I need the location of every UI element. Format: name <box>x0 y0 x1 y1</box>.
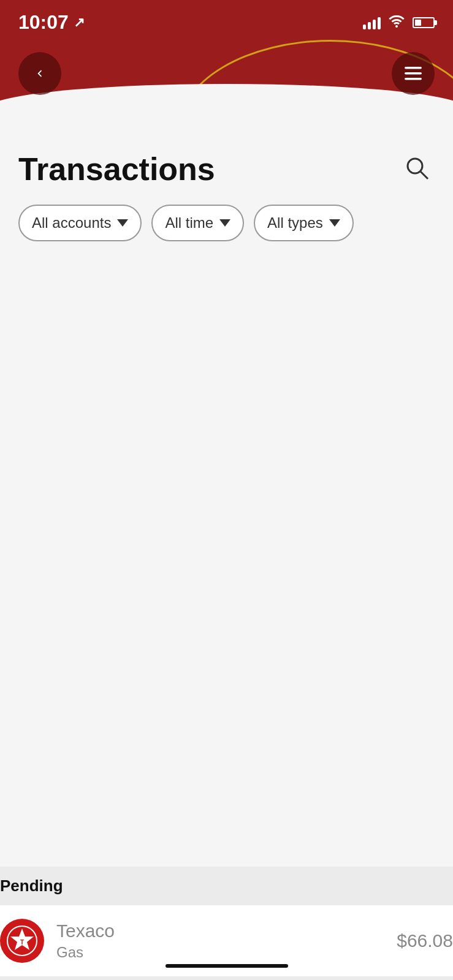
battery-icon <box>413 17 435 28</box>
filter-accounts-label: All accounts <box>32 214 111 232</box>
filter-time[interactable]: All time <box>151 205 244 241</box>
filter-row: All accounts All time All types <box>18 205 435 241</box>
status-icons <box>363 14 435 31</box>
header-nav <box>18 52 435 95</box>
title-row: Transactions <box>18 150 435 187</box>
svg-rect-2 <box>405 78 422 80</box>
section-pending: Pending T Texaco Gas $66.08 <box>0 867 453 976</box>
signal-bar-2 <box>368 22 371 29</box>
page-title: Transactions <box>18 151 215 187</box>
search-button[interactable] <box>399 150 435 187</box>
svg-text:T: T <box>20 939 24 946</box>
time-display: 10:07 <box>18 11 69 34</box>
texaco-logo: T <box>0 919 44 963</box>
signal-bar-3 <box>373 20 376 29</box>
svg-rect-1 <box>405 72 422 75</box>
section-header-pending: Pending <box>0 867 453 905</box>
location-icon: ↗ <box>74 15 85 31</box>
svg-line-4 <box>421 172 428 179</box>
texaco-amount: $66.08 <box>397 930 453 951</box>
signal-bar-4 <box>378 17 381 29</box>
back-button[interactable] <box>18 52 61 95</box>
wifi-icon <box>388 14 405 31</box>
section-saturday: Saturday, May 8 a Amazon Shopping $26.59… <box>0 976 453 980</box>
status-time: 10:07 ↗ <box>18 11 85 34</box>
filter-time-label: All time <box>165 214 213 232</box>
texaco-info: Texaco Gas <box>56 921 384 961</box>
filter-types-label: All types <box>267 214 323 232</box>
main-content: Transactions All accounts All time All t… <box>0 132 453 867</box>
menu-button[interactable] <box>392 52 435 95</box>
battery-level <box>415 20 421 26</box>
svg-point-3 <box>408 159 422 173</box>
texaco-name: Texaco <box>56 921 384 941</box>
filter-types[interactable]: All types <box>254 205 354 241</box>
status-bar: 10:07 ↗ <box>0 0 453 40</box>
signal-bars <box>363 16 381 29</box>
home-indicator <box>166 964 288 968</box>
signal-bar-1 <box>363 24 366 29</box>
svg-rect-0 <box>405 67 422 69</box>
header <box>0 40 453 132</box>
texaco-category: Gas <box>56 944 384 961</box>
section-header-saturday: Saturday, May 8 <box>0 976 453 980</box>
filter-accounts[interactable]: All accounts <box>18 205 142 241</box>
